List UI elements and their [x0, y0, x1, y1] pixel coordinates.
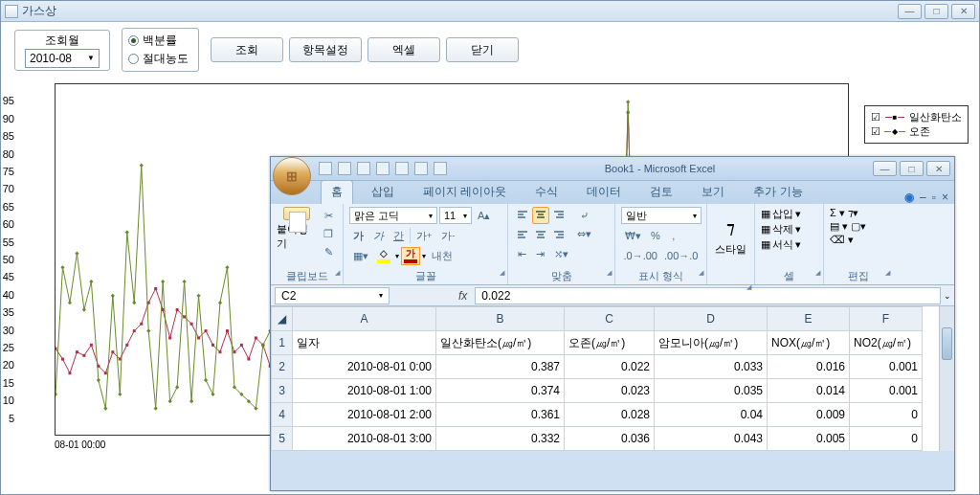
tab-formula[interactable]: 수식 [524, 180, 568, 204]
scroll-thumb[interactable] [942, 327, 952, 360]
cell[interactable]: 0 [850, 427, 923, 451]
align-left-icon[interactable] [514, 225, 531, 242]
worksheet-grid[interactable]: ◢ A B C D E F 1 일자 일산화탄소(㎍/㎥) 오존(㎍/㎥) 암모… [271, 306, 954, 451]
cell[interactable]: 0.035 [655, 379, 768, 403]
comma-icon[interactable]: , [666, 227, 681, 244]
font-color-button[interactable]: 가 [401, 247, 420, 265]
cell[interactable]: 오존(㎍/㎥) [565, 331, 655, 355]
cell[interactable]: NO2(㎍/㎥) [850, 331, 923, 355]
cell[interactable]: 2010-08-01 1:00 [293, 379, 436, 403]
help-icon[interactable]: ◉ [904, 191, 914, 204]
col-header-D[interactable]: D [655, 307, 768, 331]
month-select[interactable]: 2010-08 ▼ [25, 49, 100, 68]
cell[interactable]: 0.023 [565, 379, 655, 403]
select-all-corner[interactable]: ◢ [272, 307, 293, 331]
decrease-indent-icon[interactable]: ⇤ [514, 245, 530, 262]
app-minimize-button[interactable]: — [898, 4, 922, 19]
cell[interactable]: 0.332 [436, 427, 565, 451]
paste-button[interactable]: 붙여넣기 [277, 207, 316, 251]
tab-home[interactable]: 홈 [321, 180, 353, 204]
cell[interactable]: 0.036 [565, 427, 655, 451]
align-center-icon[interactable] [532, 225, 549, 242]
cell[interactable]: 일산화탄소(㎍/㎥) [436, 331, 565, 355]
font-size-select[interactable]: 11▾ [439, 207, 472, 224]
align-top-left-icon[interactable] [514, 207, 531, 224]
formula-expand-icon[interactable]: ⌄ [941, 291, 954, 301]
wrap-text-icon[interactable]: ⤶ [573, 207, 595, 224]
redo-icon[interactable] [357, 162, 370, 175]
number-format-select[interactable]: 일반▾ [621, 207, 702, 224]
save-icon[interactable] [319, 162, 332, 175]
app-maximize-button[interactable]: □ [924, 4, 948, 19]
cell[interactable]: 0.028 [565, 403, 655, 427]
shrink-font-button[interactable]: 가- [437, 227, 458, 244]
vertical-scrollbar[interactable] [939, 306, 954, 451]
increase-font-icon[interactable]: A▴ [474, 207, 494, 224]
cell[interactable]: 0.387 [436, 355, 565, 379]
fill-icon[interactable]: ▤ ▾ ▢▾ [830, 220, 887, 233]
excel-minimize-button[interactable]: — [873, 161, 897, 176]
cell[interactable]: 0.001 [850, 379, 923, 403]
fx-icon[interactable]: fx [451, 289, 475, 303]
styles-icon[interactable]: ⁊ [726, 217, 735, 238]
cell[interactable]: 2010-08-01 2:00 [293, 403, 436, 427]
name-box[interactable]: C2▾ [275, 287, 390, 304]
cell[interactable]: 0.001 [850, 355, 923, 379]
col-header-F[interactable]: F [850, 307, 923, 331]
excel-close-button[interactable]: ✕ [926, 161, 950, 176]
cell[interactable]: NOX(㎍/㎥) [768, 331, 850, 355]
app-close-button[interactable]: ✕ [951, 4, 975, 19]
align-top-center-icon[interactable] [532, 207, 549, 224]
cell[interactable]: 암모니아(㎍/㎥) [655, 331, 768, 355]
currency-icon[interactable]: ₩▾ [621, 227, 645, 244]
cell[interactable]: 0.016 [768, 355, 850, 379]
excel-maximize-button[interactable]: □ [900, 161, 924, 176]
close-button[interactable]: 닫기 [446, 37, 519, 62]
col-header-A[interactable]: A [293, 307, 436, 331]
tab-addin[interactable]: 추가 기능 [743, 180, 813, 204]
cell[interactable]: 0.014 [768, 379, 850, 403]
col-header-C[interactable]: C [565, 307, 655, 331]
autosum-icon[interactable]: Σ ▾ ⁊▾ [830, 207, 887, 219]
print-icon[interactable] [414, 162, 428, 175]
percent-icon[interactable]: % [647, 227, 664, 244]
radio-absolute[interactable]: 절대농도 [128, 51, 189, 67]
minimize-ribbon-icon[interactable]: – [920, 191, 926, 204]
tab-layout[interactable]: 페이지 레이아웃 [412, 180, 517, 204]
undo-icon[interactable] [338, 162, 351, 175]
cell[interactable]: 0.005 [768, 427, 850, 451]
ribbon-expand-icon[interactable]: ▫ [932, 191, 936, 204]
cell[interactable]: 0.374 [436, 379, 565, 403]
cell[interactable]: 0.022 [565, 355, 655, 379]
ribbon-close-icon[interactable]: × [942, 191, 948, 204]
new-icon[interactable] [376, 162, 390, 175]
increase-indent-icon[interactable]: ⇥ [532, 245, 548, 262]
tab-view[interactable]: 보기 [691, 180, 735, 204]
cell[interactable]: 0.04 [655, 403, 768, 427]
bold-button[interactable]: 가 [349, 227, 368, 244]
merge-center-icon[interactable]: ⇔▾ [573, 225, 595, 242]
formula-input[interactable]: 0.022 [475, 287, 941, 304]
office-orb-button[interactable]: ⊞ [273, 157, 311, 195]
underline-button[interactable]: 간 [390, 227, 408, 244]
legend-item-co[interactable]: ☑ ■ 일산화탄소 [871, 110, 962, 124]
borders-icon[interactable]: ▦▾ [349, 248, 372, 265]
cell[interactable]: 0.009 [768, 403, 850, 427]
preview-icon[interactable] [434, 162, 447, 175]
col-header-B[interactable]: B [436, 307, 565, 331]
col-header-E[interactable]: E [768, 307, 850, 331]
row-header[interactable]: 4 [272, 403, 293, 427]
cell[interactable]: 0.361 [436, 403, 565, 427]
decrease-decimal-icon[interactable]: .00→.0 [662, 247, 702, 264]
align-top-right-icon[interactable] [550, 207, 568, 224]
tab-insert[interactable]: 삽입 [361, 180, 405, 204]
cell[interactable]: 일자 [293, 331, 436, 355]
cells-delete-button[interactable]: ▦ 삭제 ▾ [761, 222, 817, 236]
font-name-select[interactable]: 맑은 고딕▾ [349, 207, 437, 224]
cells-format-button[interactable]: ▦ 서식 ▾ [761, 237, 817, 252]
open-icon[interactable] [395, 162, 409, 175]
excel-button[interactable]: 엑셀 [368, 37, 440, 62]
query-button[interactable]: 조회 [211, 37, 283, 62]
tab-data[interactable]: 데이터 [576, 180, 632, 204]
cut-icon[interactable]: ✂ [320, 207, 337, 224]
